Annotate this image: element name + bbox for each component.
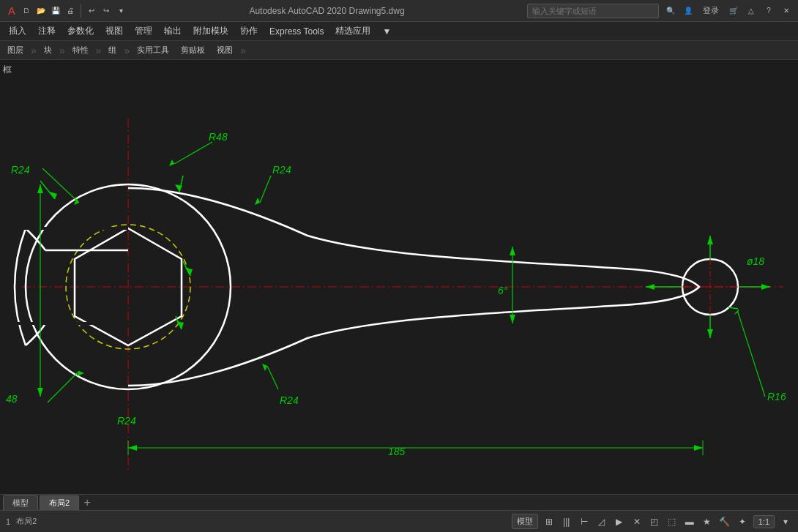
svg-line-18: [260, 176, 271, 203]
menu-featured[interactable]: 精选应用: [329, 23, 376, 40]
tool-clipboard[interactable]: 剪贴板: [176, 43, 209, 57]
menu-manage[interactable]: 管理: [129, 23, 158, 40]
statusbar-layout[interactable]: 布局2: [16, 516, 37, 527]
tool-properties[interactable]: 特性: [68, 43, 93, 57]
svg-text:R16: R16: [767, 391, 786, 402]
svg-line-53: [40, 181, 55, 199]
model-button[interactable]: 模型: [512, 514, 538, 529]
svg-line-24: [48, 371, 79, 402]
sc-icon[interactable]: ✦: [736, 515, 749, 528]
menu-output[interactable]: 输出: [158, 23, 187, 40]
svg-marker-38: [510, 315, 515, 323]
open-file-icon[interactable]: 📂: [35, 5, 47, 17]
menubar: 插入 注释 参数化 视图 管理 输出 附加模块 协作 Express Tools…: [0, 22, 798, 41]
svg-text:6°: 6°: [498, 285, 508, 296]
dyn-icon[interactable]: ⬚: [665, 515, 679, 528]
svg-marker-50: [761, 284, 770, 290]
polar-icon[interactable]: ◿: [595, 515, 608, 528]
plot-icon[interactable]: 🖨: [64, 5, 76, 17]
svg-text:ø18: ø18: [747, 255, 764, 267]
tspace-icon[interactable]: ★: [701, 515, 714, 528]
triangle-icon[interactable]: △: [745, 5, 757, 17]
svg-marker-58: [185, 268, 193, 276]
menu-parametric[interactable]: 参数化: [61, 23, 100, 40]
login-button[interactable]: 登录: [700, 4, 722, 18]
statusbar: 1 布局2 模型 ⊞ ||| ⊢ ◿ ▶ ✕ ◰ ⬚ ▬ ★ 🔨 ✦ 1:1 ▾: [0, 510, 798, 532]
svg-marker-16: [169, 160, 174, 166]
snap-icon[interactable]: |||: [560, 515, 573, 528]
otrack-icon[interactable]: ✕: [630, 515, 644, 528]
menu-view[interactable]: 视图: [100, 23, 129, 40]
tab-model[interactable]: 模型: [3, 495, 38, 510]
statusbar-left: 1 布局2: [6, 516, 37, 527]
svg-marker-29: [37, 184, 43, 193]
tool-block[interactable]: 块: [40, 43, 56, 57]
account-icon[interactable]: 👤: [682, 5, 694, 17]
new-file-icon[interactable]: 🗋: [20, 5, 32, 17]
titlebar-left: A 🗋 📂 💾 🖨 ↩ ↪ ▾: [6, 4, 127, 18]
svg-line-61: [728, 307, 738, 309]
tool-layer[interactable]: 图层: [3, 43, 28, 57]
scale-down-icon[interactable]: ▾: [779, 515, 792, 528]
svg-rect-10: [0, 227, 128, 230]
lweight-icon[interactable]: ▬: [683, 515, 696, 528]
menu-express-tools[interactable]: Express Tools: [264, 24, 329, 39]
svg-marker-37: [510, 247, 515, 255]
redo-icon[interactable]: ↪: [100, 5, 112, 17]
tabs-bar: 模型 布局2 +: [0, 494, 798, 510]
toolbar: 图层 » 块 » 特性 » 组 » 实用工具 剪贴板 视图 »: [0, 41, 798, 60]
qp-icon[interactable]: 🔨: [718, 515, 731, 528]
svg-marker-19: [255, 198, 260, 205]
sep5: »: [240, 45, 246, 56]
titlebar-right: 🔍 👤 登录 🛒 △ ? ✕: [527, 4, 792, 18]
svg-text:R24: R24: [272, 164, 291, 176]
svg-text:R24: R24: [117, 415, 136, 427]
menu-addons[interactable]: 附加模块: [187, 23, 234, 40]
add-tab-button[interactable]: +: [81, 496, 94, 509]
svg-rect-11: [0, 322, 128, 325]
sep1: »: [31, 45, 37, 56]
svg-marker-52: [707, 329, 713, 338]
separator: [81, 4, 81, 18]
tool-utilities[interactable]: 实用工具: [133, 43, 174, 57]
menu-insert[interactable]: 插入: [3, 23, 32, 40]
menu-annotation[interactable]: 注释: [32, 23, 61, 40]
menu-collaborate[interactable]: 协作: [234, 23, 264, 40]
sep2: »: [59, 45, 65, 56]
search-input[interactable]: [527, 4, 659, 18]
tab-layout2[interactable]: 布局2: [40, 495, 79, 510]
titlebar-title: Autodesk AutoCAD 2020 Drawing5.dwg: [127, 6, 527, 16]
svg-line-12: [42, 168, 79, 203]
svg-line-21: [267, 366, 278, 389]
svg-marker-46: [646, 284, 655, 290]
autocad-logo-icon: A: [6, 5, 18, 17]
scale-button[interactable]: 1:1: [753, 515, 775, 528]
save-icon[interactable]: 💾: [50, 5, 61, 17]
svg-marker-22: [262, 364, 267, 371]
sep4: »: [124, 45, 130, 56]
svg-line-33: [738, 312, 765, 397]
tool-group[interactable]: 组: [104, 43, 121, 57]
statusbar-right: 模型 ⊞ ||| ⊢ ◿ ▶ ✕ ◰ ⬚ ▬ ★ 🔨 ✦ 1:1 ▾: [512, 514, 792, 529]
osnap-icon[interactable]: ▶: [613, 515, 626, 528]
svg-text:48: 48: [6, 393, 18, 405]
undo-icon[interactable]: ↩: [86, 5, 97, 17]
grid-icon[interactable]: ⊞: [542, 515, 556, 528]
cart-icon[interactable]: 🛒: [728, 5, 739, 17]
search-icon[interactable]: 🔍: [665, 5, 676, 17]
tool-view[interactable]: 视图: [212, 43, 237, 57]
svg-text:R48: R48: [209, 131, 228, 143]
svg-text:R24: R24: [280, 394, 299, 406]
canvas-area[interactable]: 框: [0, 60, 798, 508]
menu-more[interactable]: ▼: [376, 24, 397, 39]
drawing-svg: R24 R48 R24 R24 R24 48 ø18 R16 6°: [0, 60, 798, 508]
ortho-icon[interactable]: ⊢: [578, 515, 591, 528]
svg-line-15: [174, 142, 212, 164]
sep3: »: [96, 45, 102, 56]
close-icon[interactable]: ✕: [780, 5, 792, 17]
ducs-icon[interactable]: ◰: [648, 515, 661, 528]
more-icon[interactable]: ▾: [115, 5, 127, 17]
svg-marker-42: [694, 445, 703, 451]
titlebar: A 🗋 📂 💾 🖨 ↩ ↪ ▾ Autodesk AutoCAD 2020 Dr…: [0, 0, 798, 22]
help-icon[interactable]: ?: [763, 5, 775, 17]
